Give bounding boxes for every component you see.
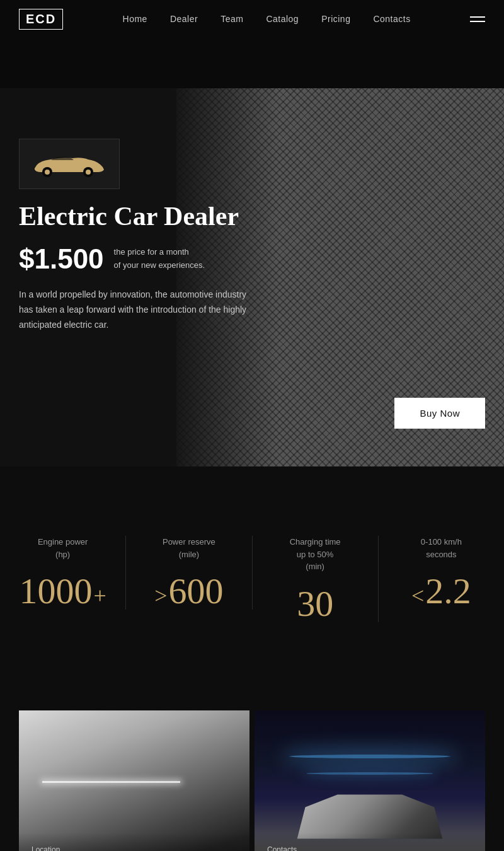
hero-description: In a world propelled by innovation, the … xyxy=(19,287,258,332)
nav-item-home[interactable]: Home xyxy=(123,13,147,25)
hero-price-row: $1.500 the price for a month of your new… xyxy=(19,243,258,275)
headlight-line xyxy=(42,781,181,783)
gap-2 xyxy=(0,660,504,710)
buy-now-button[interactable]: Buy Now xyxy=(394,398,485,429)
stat-power-reserve: Power reserve(mile) > 600 xyxy=(126,536,252,610)
nav-link-contacts[interactable]: Contacts xyxy=(373,14,410,24)
stats-section: Engine power(hp) 1000 + Power reserve(mi… xyxy=(0,504,504,660)
nav-link-team[interactable]: Team xyxy=(220,14,243,24)
hero-price: $1.500 xyxy=(19,243,104,275)
nav-link-pricing[interactable]: Pricing xyxy=(321,14,350,24)
stat-reserve-value: > 600 xyxy=(139,573,239,610)
hero-title: Electric Car Dealer xyxy=(19,202,258,231)
gallery-card-1-overlay: Location Our dealer xyxy=(19,833,249,852)
stat-acceleration-label: 0-100 km/hseconds xyxy=(391,536,491,560)
hamburger-line-2 xyxy=(470,21,485,22)
stat-acceleration-prefix: < xyxy=(411,584,424,607)
nav-item-pricing[interactable]: Pricing xyxy=(321,13,350,25)
nav-link-home[interactable]: Home xyxy=(123,14,147,24)
nav-item-dealer[interactable]: Dealer xyxy=(170,13,198,25)
nav-links: Home Dealer Team Catalog Pricing Contact… xyxy=(123,13,411,25)
gap-1 xyxy=(0,466,504,504)
stat-acceleration: 0-100 km/hseconds < 2.2 xyxy=(379,536,504,610)
gallery-section: Location Our dealer Contacts Email us xyxy=(0,710,504,852)
gallery-card-2-overlay: Contacts Email us xyxy=(255,833,485,852)
stat-reserve-prefix: > xyxy=(154,584,167,607)
top-band xyxy=(0,38,504,88)
hamburger-line-1 xyxy=(470,16,485,18)
stat-charging-label: Charging timeup to 50%(min) xyxy=(265,536,365,573)
ring-light-1 xyxy=(289,755,450,758)
navigation: ECD Home Dealer Team Catalog Pricing Con… xyxy=(0,0,504,38)
nav-link-dealer[interactable]: Dealer xyxy=(170,14,198,24)
car-logo-box xyxy=(19,139,120,189)
stat-charging-value: 30 xyxy=(265,586,365,622)
hero-price-description: the price for a month of your new experi… xyxy=(114,246,205,272)
svg-point-3 xyxy=(86,170,91,175)
svg-point-1 xyxy=(45,170,50,175)
gallery-card-2-bg xyxy=(255,710,485,852)
stat-engine-number: 1000 xyxy=(19,573,92,610)
stat-engine-value: 1000 + xyxy=(13,573,113,610)
gallery-card-2-tag: Contacts xyxy=(267,845,472,852)
car-silhouette-icon xyxy=(28,148,110,180)
stat-reserve-label: Power reserve(mile) xyxy=(139,536,239,560)
nav-item-contacts[interactable]: Contacts xyxy=(373,13,410,25)
stat-engine-label: Engine power(hp) xyxy=(13,536,113,560)
hero-content: Electric Car Dealer $1.500 the price for… xyxy=(19,139,258,352)
stat-acceleration-number: 2.2 xyxy=(425,573,471,610)
stat-engine-power: Engine power(hp) 1000 + xyxy=(0,536,126,610)
hero-section: Electric Car Dealer $1.500 the price for… xyxy=(0,88,504,466)
stat-charging-time: Charging timeup to 50%(min) 30 xyxy=(253,536,379,622)
stat-engine-suffix: + xyxy=(93,584,106,607)
gallery-card-1-bg xyxy=(19,710,249,852)
ring-light-2 xyxy=(306,772,433,775)
brand-logo[interactable]: ECD xyxy=(19,9,63,30)
gallery-card-contacts[interactable]: Contacts Email us xyxy=(255,710,485,852)
hamburger-menu[interactable] xyxy=(470,16,485,22)
nav-link-catalog[interactable]: Catalog xyxy=(266,14,299,24)
stat-charging-number: 30 xyxy=(297,586,333,622)
stat-reserve-number: 600 xyxy=(169,573,224,610)
nav-item-catalog[interactable]: Catalog xyxy=(266,13,299,25)
stat-acceleration-value: < 2.2 xyxy=(391,573,491,610)
gallery-card-1-tag: Location xyxy=(32,845,237,852)
gallery-card-dealer[interactable]: Location Our dealer xyxy=(19,710,249,852)
nav-item-team[interactable]: Team xyxy=(220,13,243,25)
